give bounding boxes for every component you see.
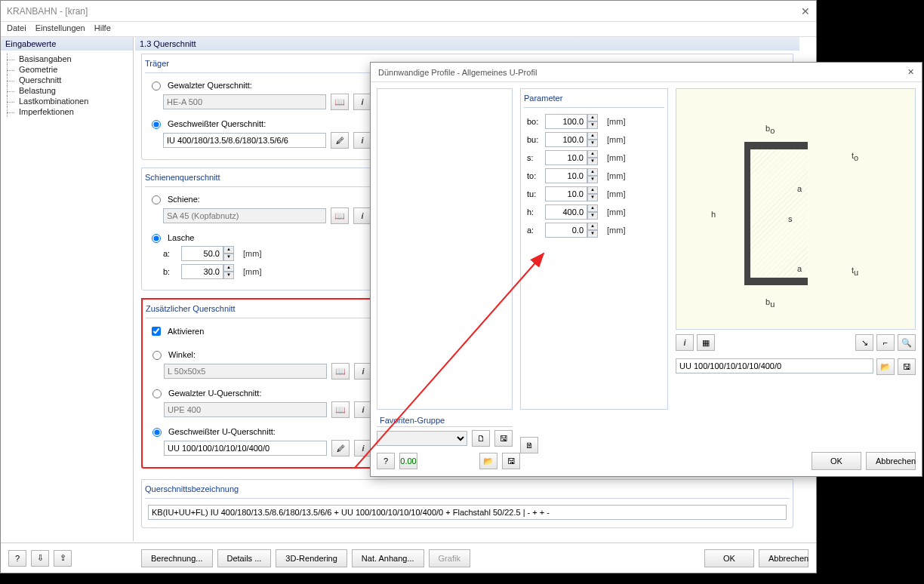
spin-down-icon[interactable]: ▼ xyxy=(223,254,234,261)
spin-down-icon[interactable]: ▼ xyxy=(587,158,598,165)
save-icon[interactable]: 🖫 xyxy=(502,453,520,469)
library-icon[interactable]: 📖 xyxy=(331,363,350,380)
info-icon[interactable]: i xyxy=(676,334,694,351)
nav-item-imperf[interactable]: Imperfektionen xyxy=(11,106,133,117)
radio-rolled[interactable] xyxy=(152,81,161,91)
spin-down-icon[interactable]: ▼ xyxy=(587,121,598,129)
param-input-0[interactable] xyxy=(545,114,587,129)
param-input-1[interactable] xyxy=(545,132,587,147)
edit-icon[interactable]: 🖉 xyxy=(331,440,350,456)
close-icon[interactable]: ✕ xyxy=(801,5,810,17)
radio-lasche[interactable] xyxy=(152,234,161,243)
close-icon[interactable]: ✕ xyxy=(907,67,914,77)
spin-down-icon[interactable]: ▼ xyxy=(587,194,598,201)
dlg-cancel-button[interactable]: Abbrechen xyxy=(866,452,916,470)
param-input-5[interactable] xyxy=(545,204,587,220)
library-icon[interactable]: 📖 xyxy=(331,401,350,418)
units-icon[interactable]: 0.00 xyxy=(399,453,417,469)
open-icon[interactable]: 📂 xyxy=(479,453,497,469)
spin-a[interactable] xyxy=(181,246,223,261)
info-icon[interactable]: i xyxy=(353,94,371,110)
spin-up-icon[interactable]: ▲ xyxy=(587,114,598,121)
input-weldedU-value[interactable] xyxy=(164,441,327,456)
fav-save-icon[interactable]: 🖫 xyxy=(494,430,513,447)
nav-item-lastkomb[interactable]: Lastkombinationen xyxy=(11,96,133,106)
fav-new-icon[interactable]: 🗋 xyxy=(472,430,490,447)
spin-up-icon[interactable]: ▲ xyxy=(587,168,598,176)
nav-item-basis[interactable]: Basisangaben xyxy=(11,54,133,64)
ok-button[interactable]: OK xyxy=(704,549,754,567)
input-schiene-value[interactable] xyxy=(163,208,326,223)
category-list[interactable] xyxy=(377,88,513,410)
spin-down-icon[interactable]: ▼ xyxy=(587,212,598,220)
spin-down-icon[interactable]: ▼ xyxy=(587,140,598,147)
help-icon[interactable]: ? xyxy=(377,453,395,469)
library-icon[interactable]: 📖 xyxy=(331,94,349,110)
spin-down-icon[interactable]: ▼ xyxy=(587,230,598,238)
titlebar: KRANBAHN - [kran] ✕ xyxy=(1,1,816,22)
radio-angle[interactable] xyxy=(152,351,162,360)
menu-help[interactable]: Hilfe xyxy=(94,23,111,35)
nav-item-geometrie[interactable]: Geometrie xyxy=(11,64,133,75)
info-icon[interactable]: i xyxy=(353,132,371,149)
spin-up-icon[interactable]: ▲ xyxy=(587,204,598,212)
fav-select[interactable] xyxy=(377,431,467,446)
input-angle-value[interactable] xyxy=(164,364,327,379)
open-icon[interactable]: 📂 xyxy=(876,358,895,375)
spin-up-icon[interactable]: ▲ xyxy=(587,132,598,140)
zoom-icon[interactable]: 🔍 xyxy=(898,334,916,351)
details-button[interactable]: Details ... xyxy=(217,549,272,567)
stress-icon[interactable]: ▦ xyxy=(697,334,715,351)
nav-item-querschnitt[interactable]: Querschnitt xyxy=(11,75,133,85)
save-icon[interactable]: 🖫 xyxy=(898,358,916,375)
info-icon[interactable]: i xyxy=(353,207,371,224)
help-icon[interactable]: ? xyxy=(8,550,26,567)
param-input-4[interactable] xyxy=(545,186,587,201)
label-rolledU: Gewalzter U-Querschnitt: xyxy=(168,389,261,398)
param-input-2[interactable] xyxy=(545,150,587,165)
group-qsbez: Querschnittsbezeichnung xyxy=(141,479,793,528)
param-symbol: h: xyxy=(527,207,541,217)
note-icon[interactable]: 🗎 xyxy=(520,437,538,453)
param-input-6[interactable] xyxy=(545,223,587,238)
library-icon[interactable]: 📖 xyxy=(331,207,349,224)
input-designation[interactable] xyxy=(676,358,873,373)
input-qsbez[interactable] xyxy=(148,505,787,520)
spin-down-icon[interactable]: ▼ xyxy=(223,272,234,279)
calc-button[interactable]: Berechnung... xyxy=(141,549,213,567)
nav-item-belastung[interactable]: Belastung xyxy=(11,85,133,96)
input-rolledU-value[interactable] xyxy=(164,402,327,417)
check-activate[interactable] xyxy=(152,327,161,336)
annex-button[interactable]: Nat. Anhang... xyxy=(352,549,424,567)
param-input-3[interactable] xyxy=(545,168,587,183)
input-welded-value[interactable] xyxy=(163,133,326,148)
edit-icon[interactable]: 🖉 xyxy=(331,132,349,149)
grafik-button[interactable]: Grafik xyxy=(429,549,470,567)
dim-icon[interactable]: ⌐ xyxy=(876,334,895,351)
input-rolled-value[interactable] xyxy=(163,94,326,109)
spin-up-icon[interactable]: ▲ xyxy=(223,264,234,272)
radio-welded[interactable] xyxy=(152,120,161,129)
spin-up-icon[interactable]: ▲ xyxy=(587,150,598,158)
spin-up-icon[interactable]: ▲ xyxy=(587,186,598,194)
label-schiene: Schiene: xyxy=(168,195,200,204)
export-icon[interactable]: ⇪ xyxy=(54,550,72,567)
radio-rolledU[interactable] xyxy=(152,389,162,398)
axes-icon[interactable]: ↘ xyxy=(855,334,873,351)
radio-schiene[interactable] xyxy=(152,195,161,204)
spin-up-icon[interactable]: ▲ xyxy=(587,223,598,230)
render-button[interactable]: 3D-Rendering xyxy=(276,549,346,567)
import-icon[interactable]: ⇩ xyxy=(31,550,49,567)
unit-a: [mm] xyxy=(243,249,261,258)
cancel-button[interactable]: Abbrechen xyxy=(759,549,808,567)
menu-settings[interactable]: Einstellungen xyxy=(35,23,85,35)
spin-b[interactable] xyxy=(181,264,223,279)
radio-weldedU[interactable] xyxy=(152,428,162,437)
legend-parameter: Parameter xyxy=(524,92,664,108)
param-symbol: to: xyxy=(527,171,541,180)
spin-up-icon[interactable]: ▲ xyxy=(223,246,234,254)
param-symbol: a: xyxy=(527,226,541,235)
dlg-ok-button[interactable]: OK xyxy=(812,452,861,470)
menu-file[interactable]: Datei xyxy=(7,23,26,35)
spin-down-icon[interactable]: ▼ xyxy=(587,176,598,183)
